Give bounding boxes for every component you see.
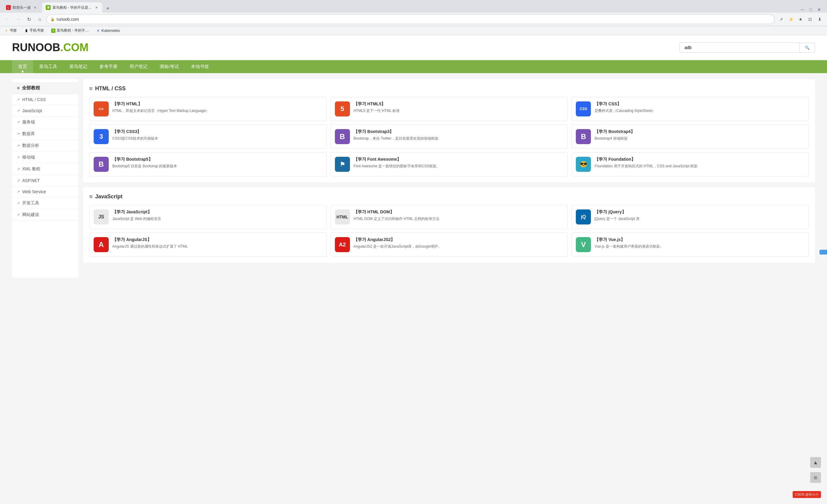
sidebar-item-webservice[interactable]: ↗ Web Service	[12, 186, 78, 198]
card-htmldom[interactable]: HTML 【学习 HTML DOM】 HTML DOM 定义了访问和操作 HTM…	[330, 205, 568, 229]
card-title-css: 【学习 CSS】	[594, 101, 655, 107]
card-title-js: 【学习 JavaScript】	[112, 210, 161, 215]
website: RUNOOB.COM 🔍 首页 菜鸟工具 菜鸟笔记 参考手册 用户笔记 测验/考…	[0, 35, 827, 284]
card-vuejs[interactable]: V 【学习 Vue.js】 Vue.js 是一套构建用户界面的渐进式框架。	[571, 233, 809, 257]
sidebar-item-website[interactable]: ↗ 网站建设	[12, 209, 78, 221]
share-button[interactable]: ↗	[777, 15, 785, 23]
forward-button[interactable]: →	[14, 15, 22, 23]
card-info-foundation: 【学习 Foundation】 Foundation 用于开发响应式的 HTML…	[594, 157, 697, 169]
lock-icon: 🔒	[50, 17, 55, 21]
card-icon-foundation: 😎	[576, 157, 591, 172]
nav-tools[interactable]: 菜鸟工具	[33, 60, 63, 73]
address-bar[interactable]: 🔒	[46, 14, 775, 24]
tab-title-runoob: 菜鸟教程 - 学的不仅是技术，更是…	[52, 5, 92, 10]
translate-button[interactable]: 译	[820, 250, 827, 255]
back-button[interactable]: ←	[3, 15, 11, 23]
nav-test[interactable]: 测验/考试	[154, 60, 185, 73]
bookmark-mobile-label: 手机书签	[30, 28, 44, 33]
card-html[interactable]: <> 【学习 HTML】 HTML，即超文本标记语言（Hyper Text Ma…	[89, 97, 327, 121]
card-icon-html5: 5	[335, 101, 350, 116]
cast-button[interactable]: ⊡	[806, 15, 814, 23]
bookmark-mobile[interactable]: 📱 手机书签	[23, 27, 45, 34]
external-link-icon-server: ↗	[17, 120, 20, 124]
card-info-bootstrap5: 【学习 Bootstrap5】 Bootstrap5 目前是 Bootstrap…	[112, 157, 177, 169]
sidebar-item-mobile[interactable]: ↗ 移动端	[12, 152, 78, 163]
card-icon-jquery: jQ	[576, 210, 591, 224]
minimize-button[interactable]: ─	[799, 7, 805, 13]
tab-close-runoob[interactable]: ✕	[94, 5, 99, 10]
bookmark-runoob[interactable]: 菜 菜鸟教程 - 学的不…	[50, 27, 90, 34]
card-css[interactable]: CSS 【学习 CSS】 层叠样式表（Cascading StyleSheet）	[571, 97, 809, 121]
card-desc-jquery: jQuery 是一个 JavaScript 库	[594, 216, 639, 221]
card-icon-bootstrap5: B	[94, 157, 109, 172]
site-logo: RUNOOB.COM	[12, 41, 89, 54]
card-bootstrap5[interactable]: B 【学习 Bootstrap5】 Bootstrap5 目前是 Bootstr…	[89, 152, 327, 176]
card-bootstrap3[interactable]: B 【学习 Bootstrap3】 Bootstrap，来自 Twitter，是…	[330, 124, 568, 149]
card-javascript[interactable]: JS 【学习 JavaScript】 JavaScript 是 Web 的编程语…	[89, 205, 327, 229]
card-foundation[interactable]: 😎 【学习 Foundation】 Foundation 用于开发响应式的 HT…	[571, 152, 809, 176]
external-link-icon-xml: ↗	[17, 167, 20, 171]
search-input[interactable]	[679, 43, 800, 53]
card-bootstrap4[interactable]: B 【学习 Bootstrap4】 Bootstrap4 前端框架	[571, 124, 809, 149]
external-link-icon-aspnet: ↗	[17, 178, 20, 183]
bookmark-kubernetes-label: Kubernetes	[101, 29, 120, 33]
card-title-html5: 【学习 HTML5】	[353, 101, 400, 107]
nav-ref[interactable]: 参考手册	[93, 60, 124, 73]
search-button[interactable]: 🔍	[800, 43, 815, 53]
sidebar-item-htmlcss[interactable]: ↗ HTML / CSS	[12, 94, 78, 105]
card-css3[interactable]: 3 【学习 CSS3】 CSS3是CSS技术的升级版本	[89, 124, 327, 149]
close-button[interactable]: ✕	[816, 7, 822, 13]
maximize-button[interactable]: □	[808, 7, 814, 13]
new-tab-button[interactable]: +	[104, 4, 112, 13]
sidebar-item-aspnet[interactable]: ↗ ASP.NET	[12, 175, 78, 186]
card-fontawesome[interactable]: ⚑ 【学习 Font Awesome】 Font Awesome 是一套绝佳的图…	[330, 152, 568, 176]
card-desc-html5: HTML5 是下一代 HTML 标准	[353, 108, 400, 113]
nav-bookmarks[interactable]: 本地书签	[185, 60, 215, 73]
sidebar-item-database[interactable]: ↗ 数据库	[12, 128, 78, 140]
card-angularjs[interactable]: A 【学习 AngularJS】 AngularJS 通过新的属性和表达式扩展了…	[89, 233, 327, 257]
bookmark-kubernetes[interactable]: ☸ Kubernetes	[95, 28, 121, 34]
sidebar-item-dataanalysis[interactable]: ↗ 数据分析	[12, 140, 78, 152]
card-info-angularjs2: 【学习 AngularJS2】 AngularJS2 是一款开源JavaScri…	[353, 237, 441, 249]
sidebar: ≡ 全部教程 ↗ HTML / CSS ↗ JavaScript ↗ 服务端 ↗…	[12, 79, 78, 278]
sidebar-item-javascript[interactable]: ↗ JavaScript	[12, 105, 78, 116]
download-button[interactable]: ⬇	[816, 15, 824, 23]
section-title-javascript: JavaScript	[89, 193, 809, 200]
card-jquery[interactable]: jQ 【学习 jQuery】 jQuery 是一个 JavaScript 库	[571, 205, 809, 229]
card-title-jquery: 【学习 jQuery】	[594, 210, 639, 215]
external-link-icon-mobile: ↗	[17, 155, 20, 160]
tab-runoob[interactable]: 菜 菜鸟教程 - 学的不仅是技术，更是… ✕	[42, 2, 102, 13]
card-angularjs2[interactable]: A2 【学习 AngularJS2】 AngularJS2 是一款开源JavaS…	[330, 233, 568, 257]
card-info-fontawesome: 【学习 Font Awesome】 Font Awesome 是一套绝佳的图标字…	[353, 157, 440, 169]
nav-home[interactable]: 首页	[12, 60, 33, 73]
section-htmlcss: HTML / CSS <> 【学习 HTML】 HTML，即超文本标记语言（Hy…	[83, 79, 815, 182]
address-input[interactable]	[57, 17, 771, 22]
external-link-icon-website: ↗	[17, 213, 20, 217]
logo-green: COM	[63, 41, 89, 54]
sidebar-item-xml[interactable]: ↗ XML 教程	[12, 163, 78, 175]
home-button[interactable]: ⌂	[36, 15, 44, 23]
card-title-htmldom: 【学习 HTML DOM】	[353, 210, 440, 215]
card-info-css3: 【学习 CSS3】 CSS3是CSS技术的升级版本	[112, 129, 158, 141]
tab-lenovowave[interactable]: L 联想头一波 ✕	[2, 2, 41, 13]
external-link-icon-htmlcss: ↗	[17, 98, 20, 102]
card-desc-angularjs: AngularJS 通过新的属性和表达式扩展了 HTML	[112, 244, 188, 249]
tab-close-lenovowave[interactable]: ✕	[33, 5, 37, 10]
sidebar-item-server[interactable]: ↗ 服务端	[12, 116, 78, 128]
nav-user-notes[interactable]: 用户笔记	[124, 60, 154, 73]
card-info-vuejs: 【学习 Vue.js】 Vue.js 是一套构建用户界面的渐进式框架。	[594, 237, 663, 249]
reload-button[interactable]: ↻	[25, 15, 33, 23]
bookmark-star[interactable]: ★ 书签	[3, 27, 18, 34]
sidebar-item-devtools[interactable]: ↗ 开发工具	[12, 198, 78, 209]
nav-notes[interactable]: 菜鸟笔记	[63, 60, 93, 73]
lightning-button[interactable]: ⚡	[787, 15, 795, 23]
sidebar-label-aspnet: ASP.NET	[22, 178, 40, 183]
sidebar-label-mobile: 移动端	[22, 155, 35, 160]
logo-dot: .	[60, 41, 63, 54]
sidebar-label-xml: XML 教程	[22, 166, 40, 172]
sidebar-label-db: 数据库	[22, 131, 35, 136]
card-title-fontawesome: 【学习 Font Awesome】	[353, 157, 440, 162]
section-title-htmlcss: HTML / CSS	[89, 85, 809, 92]
star-button[interactable]: ★	[796, 15, 805, 23]
card-html5[interactable]: 5 【学习 HTML5】 HTML5 是下一代 HTML 标准	[330, 97, 568, 121]
